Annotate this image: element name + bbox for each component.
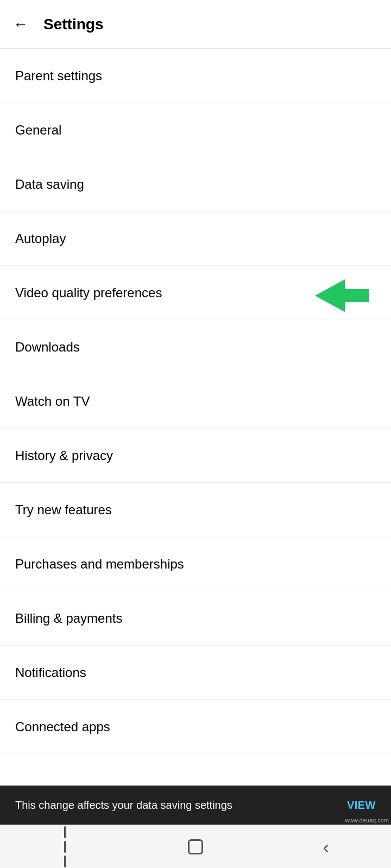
menu-item-notifications[interactable]: Notifications (0, 646, 391, 700)
back-button[interactable]: ← (13, 17, 28, 32)
page-title: Settings (43, 16, 103, 33)
page-wrapper: ← Settings Parent settings General Data … (0, 0, 391, 868)
menu-item-watch-on-tv[interactable]: Watch on TV (0, 374, 391, 429)
menu-item-video-quality-preferences[interactable]: Video quality preferences (0, 266, 391, 320)
menu-item-downloads[interactable]: Downloads (0, 320, 391, 374)
menu-item-billing-payments[interactable]: Billing & payments (0, 591, 391, 646)
toast-action-button[interactable]: VIEW (347, 799, 376, 812)
green-arrow-icon (315, 279, 358, 307)
menu-item-data-saving[interactable]: Data saving (0, 157, 391, 212)
watermark: www.deuaq.com (345, 817, 389, 824)
menu-item-parent-settings[interactable]: Parent settings (0, 49, 391, 103)
menu-item-purchases-memberships[interactable]: Purchases and memberships (0, 537, 391, 591)
menu-item-general[interactable]: General (0, 103, 391, 157)
home-icon (188, 839, 203, 854)
home-button[interactable] (179, 831, 212, 863)
recent-apps-button[interactable] (49, 831, 81, 863)
back-nav-button[interactable]: ‹ (310, 831, 342, 863)
menu-item-autoplay[interactable]: Autoplay (0, 212, 391, 266)
menu-item-connected-apps[interactable]: Connected apps (0, 700, 391, 754)
menu-item-try-new-features[interactable]: Try new features (0, 483, 391, 537)
toast-bar: This change affects your data saving set… (0, 786, 391, 825)
menu-item-history-privacy[interactable]: History & privacy (0, 429, 391, 483)
settings-header: ← Settings (0, 0, 391, 49)
back-chevron-icon: ‹ (323, 838, 329, 856)
toast-message: This change affects your data saving set… (15, 799, 232, 812)
settings-menu-list: Parent settings General Data saving Auto… (0, 49, 391, 786)
three-bars-icon (64, 826, 66, 867)
navigation-bar: ‹ (0, 825, 391, 868)
svg-marker-0 (315, 279, 369, 312)
